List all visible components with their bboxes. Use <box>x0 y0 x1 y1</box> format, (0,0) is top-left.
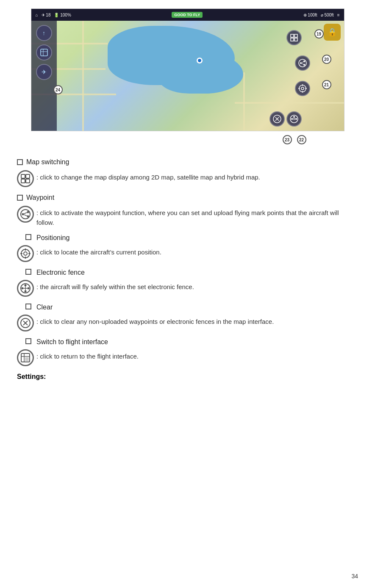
menu-icon: ≡ <box>337 13 340 17</box>
electronic-fence-icon <box>17 280 34 297</box>
range-display: ⌀ 500ft <box>321 13 334 17</box>
battery-level: 🔋 100% <box>54 13 71 17</box>
electronic-fence-button[interactable] <box>286 111 302 127</box>
svg-point-21 <box>295 118 297 120</box>
svg-rect-30 <box>21 179 25 183</box>
svg-point-7 <box>303 64 305 66</box>
svg-rect-1 <box>294 34 297 37</box>
road-4 <box>235 102 344 104</box>
svg-point-11 <box>301 87 304 90</box>
svg-line-8 <box>302 62 303 63</box>
electronic-fence-section: Electronic fence : the aircraft will fly… <box>17 269 358 297</box>
map-switching-title: Map switching <box>26 158 69 166</box>
switch-flight-description: : click to return to the flight interfac… <box>36 349 139 362</box>
svg-point-20 <box>291 118 293 120</box>
lock-icon: 🔒 <box>324 24 341 41</box>
clear-header-row: Clear <box>17 304 358 311</box>
positioning-icon <box>17 245 34 262</box>
home-icon: ⌂ <box>36 13 38 17</box>
section-marker-waypoint <box>17 195 23 201</box>
road-6 <box>243 72 245 131</box>
svg-point-34 <box>27 211 29 213</box>
switch-flight-title: Switch to flight interface <box>35 338 108 346</box>
svg-point-22 <box>293 116 295 118</box>
electronic-fence-description: : the aircraft will fly safely within th… <box>36 280 194 292</box>
section-marker-switch-flight <box>25 338 31 344</box>
page-number: 34 <box>351 573 358 580</box>
switch-flight-header-row: Switch to flight interface <box>17 338 358 346</box>
svg-rect-2 <box>291 38 294 41</box>
left-panel: ↑ ✈ <box>31 21 57 131</box>
waypoint-description: : click to activate the waypoint functio… <box>36 206 358 227</box>
map-switch-button[interactable] <box>286 30 302 45</box>
switch-flight-button[interactable] <box>36 44 52 61</box>
aircraft-position <box>197 58 203 63</box>
callout-20: 20 <box>322 55 331 64</box>
settings-section: Settings: <box>17 373 358 381</box>
svg-rect-28 <box>21 174 25 178</box>
map-switching-header: Map switching <box>17 158 358 166</box>
callout-24: 24 <box>53 85 63 94</box>
svg-rect-29 <box>26 174 30 178</box>
electronic-fence-row: : the aircraft will fly safely within th… <box>17 280 358 297</box>
upload-button[interactable]: ↑ <box>36 25 52 41</box>
clear-section: Clear : click to clear any non-uploaded … <box>17 304 358 331</box>
clear-button[interactable] <box>269 111 285 127</box>
map-switching-description: : click to change the map display among … <box>36 170 260 182</box>
positioning-description: : click to locate the aircraft’s current… <box>36 245 161 257</box>
altitude-display: ⊕ 100ft <box>303 13 317 17</box>
waypoint-section: Waypoint : click to activate the waypoin… <box>17 194 358 227</box>
map-switch-icon <box>17 170 34 187</box>
map-image: ⌂ ✈ 18 🔋 100% GOOD TO FLY ⊕ 100ft ⌀ 500f… <box>31 8 344 131</box>
switch-flight-row: : click to return to the flight interfac… <box>17 349 358 366</box>
svg-rect-57 <box>25 357 29 361</box>
svg-point-4 <box>299 59 306 67</box>
clear-title: Clear <box>35 304 53 311</box>
section-marker-map-switching <box>17 159 23 165</box>
map-switching-section: Map switching : click to change the map … <box>17 158 358 187</box>
svg-rect-31 <box>26 179 30 183</box>
svg-rect-25 <box>41 49 47 56</box>
waypoint-button[interactable] <box>295 55 310 71</box>
callout-21: 21 <box>322 80 331 89</box>
satellite-count: ✈ 18 <box>42 13 51 17</box>
positioning-title: Positioning <box>35 234 69 242</box>
svg-rect-3 <box>294 38 297 41</box>
switch-flight-icon <box>17 349 34 366</box>
svg-point-5 <box>300 62 302 64</box>
svg-rect-0 <box>291 34 294 37</box>
waypoint-header: Waypoint <box>17 194 358 202</box>
switch-flight-section: Switch to flight interface : click to re… <box>17 338 358 366</box>
callout-19: 19 <box>314 29 324 39</box>
clear-icon <box>17 315 34 331</box>
callout-23: 23 <box>283 135 292 144</box>
status-badge: GOOD TO FLY <box>172 12 203 18</box>
svg-line-37 <box>24 215 27 216</box>
section-marker-electronic-fence <box>25 269 31 275</box>
svg-point-10 <box>299 85 306 92</box>
electronic-fence-header-row: Electronic fence <box>17 269 358 276</box>
waypoint-row: : click to activate the waypoint functio… <box>17 206 358 227</box>
road-5 <box>82 21 84 131</box>
electronic-fence-title: Electronic fence <box>35 269 85 276</box>
positioning-row: : click to locate the aircraft’s current… <box>17 245 358 262</box>
map-image-container: ⌂ ✈ 18 🔋 100% GOOD TO FLY ⊕ 100ft ⌀ 500f… <box>17 8 358 148</box>
positioning-header-row: Positioning <box>17 234 358 242</box>
svg-point-39 <box>24 252 27 255</box>
clear-row: : click to clear any non-uploaded waypoi… <box>17 315 358 331</box>
svg-point-45 <box>22 287 24 290</box>
section-marker-positioning <box>25 234 31 240</box>
section-marker-clear <box>25 304 31 309</box>
drone-icon-button[interactable]: ✈ <box>36 64 52 80</box>
clear-description: : click to clear any non-uploaded waypoi… <box>36 315 274 327</box>
map-switching-row: : click to change the map display among … <box>17 170 358 187</box>
svg-point-47 <box>25 284 27 287</box>
settings-title: Settings: <box>17 373 358 381</box>
positioning-button[interactable] <box>295 81 310 96</box>
svg-point-35 <box>27 215 29 218</box>
svg-line-9 <box>302 63 303 65</box>
positioning-section: Positioning : click to locate the aircra… <box>17 234 358 262</box>
waypoint-title: Waypoint <box>26 194 54 202</box>
map-topbar: ⌂ ✈ 18 🔋 100% GOOD TO FLY ⊕ 100ft ⌀ 500f… <box>31 9 344 21</box>
svg-line-36 <box>24 213 27 214</box>
